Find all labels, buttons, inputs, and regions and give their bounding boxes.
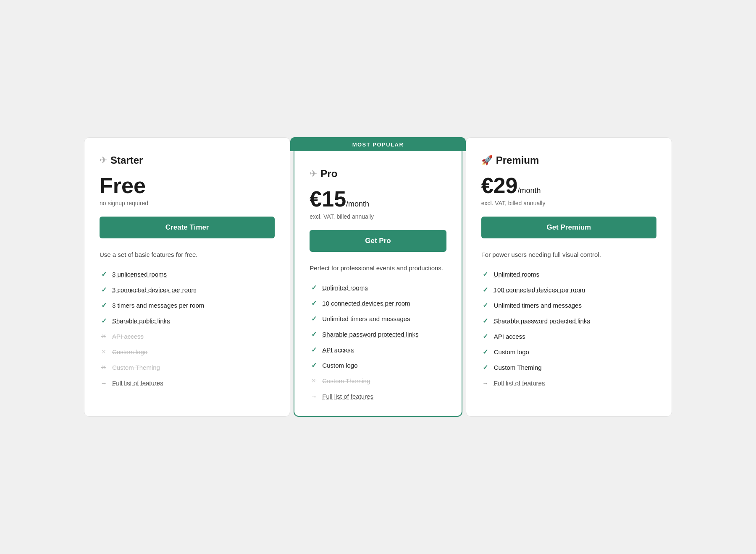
feature-text: 10 connected devices per room — [322, 299, 410, 308]
price-period: /month — [346, 200, 369, 208]
feature-text: Unlimited rooms — [322, 283, 368, 292]
check-icon: ✓ — [100, 317, 108, 325]
feature-text[interactable]: Full list of features — [322, 392, 373, 401]
feature-item-4: ✕ API access — [100, 332, 275, 341]
feature-text: 3 connected devices per room — [112, 285, 197, 294]
feature-list: ✓ Unlimited rooms ✓ 100 connected device… — [481, 270, 656, 401]
feature-item-7: → Full list of features — [481, 379, 656, 387]
check-icon: ✓ — [481, 270, 490, 279]
feature-item-7: → Full list of features — [310, 392, 446, 401]
check-icon: ✓ — [310, 315, 318, 323]
plan-card-starter: ✈ Starter Free no signup required Create… — [84, 137, 290, 417]
plan-description: Use a set of basic features for free. — [100, 250, 275, 260]
feature-item-6: ✕ Custom Theming — [100, 363, 275, 372]
feature-item-5: ✕ Custom logo — [100, 348, 275, 356]
feature-text: Unlimited timers and messages — [494, 301, 582, 310]
check-icon: ✓ — [310, 361, 318, 370]
feature-item-5: ✓ Custom logo — [310, 361, 446, 370]
feature-item-4: ✓ API access — [481, 332, 656, 341]
feature-text: Custom Theming — [112, 363, 160, 372]
price-period: /month — [517, 186, 541, 195]
feature-text: Unlimited rooms — [494, 270, 539, 279]
feature-text: Custom logo — [494, 348, 529, 356]
arrow-icon: → — [310, 392, 318, 401]
price-amount: €29 — [481, 173, 518, 198]
feature-item-0: ✓ Unlimited rooms — [481, 270, 656, 279]
cta-button-starter[interactable]: Create Timer — [100, 217, 275, 238]
check-icon: ✓ — [310, 284, 318, 292]
featured-wrapper: MOST POPULAR ✈ Pro €15/month excl. VAT, … — [290, 137, 465, 417]
feature-text: Sharable password protected links — [494, 316, 590, 325]
feature-text: Sharable password protected links — [322, 330, 418, 339]
feature-text: Custom logo — [322, 361, 357, 370]
price-sub: excl. VAT, billed annually — [310, 213, 446, 220]
plan-name: Premium — [496, 154, 539, 166]
check-icon: ✓ — [481, 301, 490, 310]
feature-item-3: ✓ Sharable password protected links — [310, 330, 446, 339]
plan-price: €15/month — [310, 186, 446, 212]
check-icon: ✓ — [310, 299, 318, 308]
feature-text: 3 timers and messages per room — [112, 301, 204, 310]
featured-badge: MOST POPULAR — [290, 137, 465, 151]
check-icon: ✓ — [310, 346, 318, 354]
feature-text[interactable]: Full list of features — [112, 379, 163, 387]
feature-text: Custom logo — [112, 348, 147, 356]
feature-item-3: ✓ Sharable password protected links — [481, 316, 656, 325]
feature-text: Custom Theming — [494, 363, 542, 372]
plan-description: For power users needing full visual cont… — [481, 250, 656, 260]
plan-description: Perfect for professional events and prod… — [310, 264, 446, 273]
check-icon: ✓ — [310, 330, 318, 339]
feature-item-2: ✓ Unlimited timers and messages — [310, 314, 446, 323]
price-amount: Free — [100, 173, 146, 198]
feature-item-1: ✓ 10 connected devices per room — [310, 299, 446, 308]
plan-card-premium: 🚀 Premium €29/month excl. VAT, billed an… — [466, 137, 672, 417]
feature-item-7: → Full list of features — [100, 379, 275, 387]
feature-text: 100 connected devices per room — [494, 285, 585, 294]
feature-text: API access — [494, 332, 525, 341]
pricing-container: ✈ Starter Free no signup required Create… — [84, 137, 672, 417]
cta-button-premium[interactable]: Get Premium — [481, 217, 656, 238]
feature-text: API access — [112, 332, 144, 341]
plan-price: Free — [100, 173, 275, 198]
feature-item-4: ✓ API access — [310, 345, 446, 354]
feature-item-6: ✕ Custom Theming — [310, 376, 446, 385]
plan-icon: ✈ — [100, 155, 107, 166]
price-sub: excl. VAT, billed annually — [481, 200, 656, 206]
feature-list: ✓ 3 unlicensed rooms ✓ 3 connected devic… — [100, 270, 275, 401]
price-amount: €15 — [310, 187, 346, 211]
feature-item-0: ✓ 3 unlicensed rooms — [100, 270, 275, 279]
feature-item-1: ✓ 3 connected devices per room — [100, 285, 275, 294]
check-icon: ✓ — [481, 317, 490, 325]
feature-text: Custom Theming — [322, 376, 370, 385]
plan-header: ✈ Pro — [310, 168, 446, 180]
arrow-icon: → — [100, 379, 108, 387]
feature-item-3: ✓ Sharable public links — [100, 316, 275, 325]
arrow-icon: → — [481, 379, 490, 387]
plan-name: Pro — [320, 168, 337, 180]
feature-item-2: ✓ 3 timers and messages per room — [100, 301, 275, 310]
feature-text: 3 unlicensed rooms — [112, 270, 167, 279]
check-icon: ✓ — [481, 348, 490, 356]
cta-button-pro[interactable]: Get Pro — [310, 230, 446, 252]
check-icon: ✓ — [481, 363, 490, 372]
feature-item-1: ✓ 100 connected devices per room — [481, 285, 656, 294]
check-icon: ✓ — [100, 301, 108, 310]
feature-text[interactable]: Full list of features — [494, 379, 545, 387]
feature-item-5: ✓ Custom logo — [481, 348, 656, 356]
cross-icon: ✕ — [100, 332, 108, 341]
check-icon: ✓ — [100, 286, 108, 294]
plan-icon: 🚀 — [481, 155, 493, 166]
check-icon: ✓ — [481, 332, 490, 341]
check-icon: ✓ — [100, 270, 108, 279]
price-sub: no signup required — [100, 200, 275, 206]
plan-header: 🚀 Premium — [481, 154, 656, 166]
feature-text: Sharable public links — [112, 316, 170, 325]
cross-icon: ✕ — [310, 377, 318, 385]
feature-list: ✓ Unlimited rooms ✓ 10 connected devices… — [310, 283, 446, 401]
plan-card-pro: ✈ Pro €15/month excl. VAT, billed annual… — [294, 151, 462, 417]
plan-header: ✈ Starter — [100, 154, 275, 166]
feature-item-2: ✓ Unlimited timers and messages — [481, 301, 656, 310]
plan-name: Starter — [110, 154, 143, 166]
check-icon: ✓ — [481, 286, 490, 294]
cross-icon: ✕ — [100, 363, 108, 372]
